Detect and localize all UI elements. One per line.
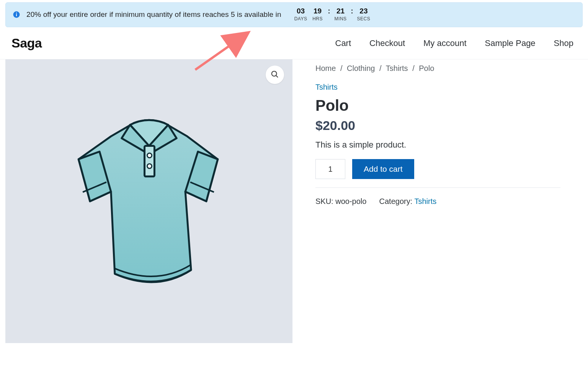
svg-rect-1 — [16, 14, 17, 16]
countdown-days-label: DAYS — [294, 16, 307, 21]
breadcrumb-sep-icon: / — [379, 64, 382, 72]
magnifier-icon — [271, 70, 279, 80]
countdown-days-value: 03 — [297, 7, 305, 15]
product-meta: SKU: woo-polo Category: Tshirts — [315, 197, 588, 206]
breadcrumb-home[interactable]: Home — [315, 64, 336, 72]
add-to-cart-form: Add to cart — [315, 159, 588, 179]
zoom-button[interactable] — [266, 66, 284, 84]
product-short-description: This is a simple product. — [315, 140, 588, 150]
promo-banner: 20% off your entire order if minimum qua… — [5, 2, 583, 27]
primary-nav: Cart Checkout My account Sample Page Sho… — [335, 38, 574, 48]
countdown-sep-icon: : — [328, 7, 330, 15]
product-gallery — [5, 59, 292, 343]
svg-point-7 — [147, 164, 152, 168]
breadcrumb-tshirts[interactable]: Tshirts — [386, 64, 408, 72]
site-brand[interactable]: Saga — [11, 36, 42, 51]
countdown-days: 03 DAYS — [294, 7, 307, 21]
nav-shop[interactable]: Shop — [554, 38, 573, 48]
product-category: Tshirts — [315, 83, 588, 92]
meta-divider — [315, 187, 560, 188]
sku-label: SKU: — [315, 197, 333, 205]
breadcrumb: Home / Clothing / Tshirts / Polo — [315, 64, 588, 73]
countdown-secs: 23 SECS — [357, 7, 371, 21]
svg-point-6 — [147, 153, 152, 158]
product-category-link[interactable]: Tshirts — [315, 83, 338, 91]
category-label: Category: — [379, 197, 413, 205]
promo-countdown: 03 DAYS 19 HRS : 21 MINS : 23 SECS — [294, 7, 371, 21]
breadcrumb-sep-icon: / — [412, 64, 415, 72]
nav-cart[interactable]: Cart — [335, 38, 351, 48]
svg-rect-5 — [144, 146, 154, 177]
countdown-mins: 21 MINS — [334, 7, 347, 21]
product-price: $20.00 — [315, 118, 588, 133]
countdown-secs-label: SECS — [357, 16, 371, 21]
breadcrumb-sep-icon: / — [340, 64, 343, 72]
breadcrumb-current: Polo — [419, 64, 434, 72]
promo-message: 20% off your entire order if minimum qua… — [26, 10, 281, 19]
nav-account[interactable]: My account — [423, 38, 467, 48]
quantity-input[interactable] — [315, 159, 345, 179]
nav-sample[interactable]: Sample Page — [485, 38, 536, 48]
add-to-cart-button[interactable]: Add to cart — [352, 159, 414, 179]
svg-point-2 — [16, 12, 17, 13]
product-title: Polo — [315, 97, 588, 114]
countdown-hours-label: HRS — [312, 16, 323, 21]
countdown-sep-icon: : — [351, 7, 353, 15]
countdown-secs-value: 23 — [359, 7, 368, 15]
site-header: Saga Cart Checkout My account Sample Pag… — [0, 27, 588, 59]
category-link[interactable]: Tshirts — [414, 197, 436, 205]
svg-line-4 — [276, 75, 278, 77]
countdown-mins-label: MINS — [335, 16, 347, 21]
countdown-hours: 19 HRS — [311, 7, 324, 21]
product-image[interactable] — [49, 102, 250, 301]
countdown-hours-value: 19 — [314, 7, 322, 15]
countdown-mins-value: 21 — [336, 7, 345, 15]
product-details: Home / Clothing / Tshirts / Polo Tshirts… — [315, 59, 588, 206]
sku-value: woo-polo — [335, 197, 366, 205]
nav-checkout[interactable]: Checkout — [369, 38, 405, 48]
info-icon — [13, 11, 20, 18]
product-main: Home / Clothing / Tshirts / Polo Tshirts… — [0, 59, 588, 343]
breadcrumb-clothing[interactable]: Clothing — [347, 64, 375, 72]
